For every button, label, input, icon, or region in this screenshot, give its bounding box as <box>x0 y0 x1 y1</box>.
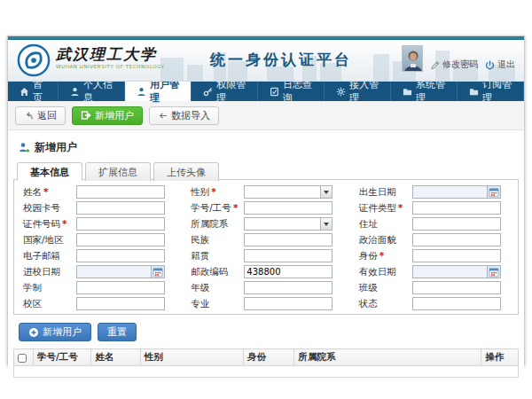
major-field[interactable] <box>245 298 332 309</box>
gender-field[interactable] <box>245 186 320 198</box>
field-label: 校区 <box>23 298 76 310</box>
tab-extended-info[interactable]: 扩展信息 <box>85 162 151 181</box>
nav-item-home[interactable]: 首页 <box>8 82 59 101</box>
status-field[interactable] <box>413 298 500 309</box>
grade-input <box>244 281 332 294</box>
native-place-field[interactable] <box>245 250 332 262</box>
field-label: 学号/工号* <box>191 202 244 215</box>
chevron-down-icon[interactable] <box>320 186 332 198</box>
column-header-6: 操作 <box>481 349 519 366</box>
nav-item-user-management[interactable]: 用户管理 <box>125 82 192 101</box>
form-actions: 新增用户 重置 <box>13 315 519 348</box>
address-input <box>412 217 501 231</box>
native-place-input <box>244 249 332 262</box>
nav-item-label: 订阅管理 <box>482 78 512 105</box>
ethnicity-input <box>244 233 332 246</box>
political-status-field[interactable] <box>413 234 500 246</box>
back-button-label: 返回 <box>37 109 57 122</box>
campus-input <box>76 297 165 310</box>
user-avatar[interactable] <box>402 45 423 72</box>
nav-item-log-query[interactable]: 日志查询 <box>258 82 325 101</box>
address-field[interactable] <box>413 218 500 230</box>
select-all-checkbox[interactable] <box>18 354 27 363</box>
name-field[interactable] <box>77 186 164 198</box>
required-asterisk: * <box>233 202 239 213</box>
valid-date-field[interactable] <box>413 266 487 278</box>
empty-table-body <box>14 366 519 378</box>
tab-basic-info[interactable]: 基本信息 <box>17 162 82 181</box>
id-type-field[interactable] <box>413 202 500 214</box>
grade-field[interactable] <box>245 282 332 293</box>
required-asterisk: * <box>43 186 49 197</box>
select-all-header <box>14 349 34 366</box>
logout-label: 退出 <box>497 59 515 71</box>
nav-item-profile[interactable]: 个人信息 <box>59 82 125 101</box>
nav-item-label: 用户管理 <box>150 78 179 105</box>
entry-date-field[interactable] <box>77 266 151 278</box>
field-label: 证件号码* <box>23 218 76 231</box>
chevron-down-icon[interactable] <box>320 218 332 230</box>
log-icon <box>270 87 279 97</box>
field-label: 姓名* <box>23 186 76 199</box>
column-header-3: 性别 <box>141 349 244 366</box>
nav-item-label: 个人信息 <box>83 78 113 105</box>
campus-field[interactable] <box>77 298 164 309</box>
id-number-field[interactable] <box>77 218 164 230</box>
back-button[interactable]: 返回 <box>15 106 66 125</box>
country-region-field[interactable] <box>77 234 164 246</box>
field-label: 校园卡号 <box>23 202 76 215</box>
form-field-valid-date: 有效日期 <box>359 265 514 278</box>
form-field-schooling-length: 学制 <box>23 281 178 294</box>
identity-field[interactable] <box>413 250 500 262</box>
email-input <box>76 249 165 262</box>
field-label: 住址 <box>359 218 412 231</box>
logout-link[interactable]: 退出 <box>485 59 515 71</box>
add-user-submit-button[interactable]: 新增用户 <box>19 323 91 341</box>
field-label: 电子邮箱 <box>23 250 76 262</box>
postal-code-field[interactable] <box>245 266 332 278</box>
nav-item-access-management[interactable]: 接入管理 <box>325 82 391 101</box>
form-field-grade: 年级 <box>191 281 346 294</box>
entry-date-input <box>76 265 165 278</box>
plus-circle-icon <box>28 327 39 338</box>
home-icon <box>20 87 29 97</box>
form-field-birth-date: 出生日期 <box>359 185 514 199</box>
field-label: 出生日期 <box>359 186 412 199</box>
reset-button[interactable]: 重置 <box>98 323 137 341</box>
university-logo <box>17 43 51 77</box>
field-label: 民族 <box>191 234 244 246</box>
calendar-icon[interactable] <box>487 266 500 278</box>
calendar-icon[interactable] <box>487 186 500 198</box>
back-arrow-icon <box>24 111 34 121</box>
tab-upload-avatar[interactable]: 上传头像 <box>153 162 219 181</box>
pencil-icon <box>430 60 440 70</box>
folder-icon <box>403 87 412 97</box>
data-import-button[interactable]: 数据导入 <box>149 106 219 125</box>
nav-item-system-management[interactable]: 系统管理 <box>391 82 458 101</box>
birth-date-field[interactable] <box>413 186 487 198</box>
required-asterisk: * <box>398 202 403 213</box>
student-staff-id-field[interactable] <box>245 202 332 214</box>
email-field[interactable] <box>77 250 164 262</box>
add-user-box-icon <box>81 110 91 121</box>
campus-card-no-field[interactable] <box>77 202 164 214</box>
change-password-link[interactable]: 修改密码 <box>430 59 478 71</box>
schooling-length-field[interactable] <box>77 282 164 293</box>
ethnicity-field[interactable] <box>245 234 332 246</box>
schooling-length-input <box>76 281 165 294</box>
add-user-toolbar-button[interactable]: 新增用户 <box>72 106 143 125</box>
column-header-5: 所属院系 <box>294 349 481 366</box>
platform-title: 统一身份认证平台 <box>210 50 352 70</box>
nav-item-subscription-management[interactable]: 订阅管理 <box>458 82 524 101</box>
form-field-email: 电子邮箱 <box>23 249 178 262</box>
form-field-native-place: 籍贯 <box>191 249 346 262</box>
user-table: 学号/工号姓名性别身份所属院系操作 <box>13 348 519 378</box>
caret-glyph <box>324 191 329 194</box>
nav-item-label: 日志查询 <box>283 78 312 105</box>
department-field[interactable] <box>245 218 320 230</box>
university-name-cn: 武汉理工大学 <box>56 46 165 63</box>
person-add-icon <box>19 142 30 153</box>
calendar-icon[interactable] <box>151 266 164 278</box>
nav-item-permission-management[interactable]: 权限管理 <box>192 82 258 101</box>
class-field[interactable] <box>413 282 500 293</box>
